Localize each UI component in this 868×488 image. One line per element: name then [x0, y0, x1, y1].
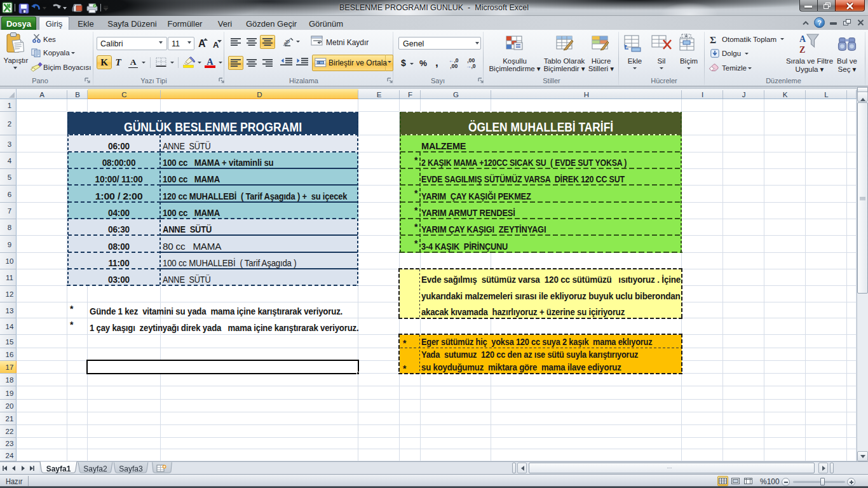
svg-text:Z: Z — [799, 45, 805, 54]
svg-text:A: A — [799, 34, 806, 44]
